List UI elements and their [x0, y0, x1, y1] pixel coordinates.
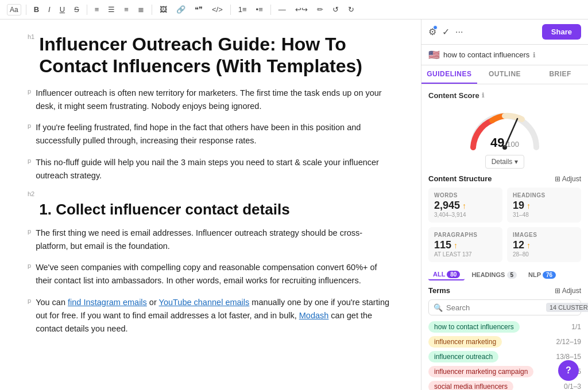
stat-paragraphs-label: PARAGRAPHS [434, 232, 497, 238]
para-text-4[interactable]: The first thing we need is email address… [36, 227, 393, 253]
para-text-5[interactable]: We've seen companies with compelling cop… [36, 261, 393, 287]
chevron-down-icon: ▾ [514, 158, 518, 166]
term-item-2: influencer marketing 2/12–19 [428, 336, 581, 348]
content-score-info-icon[interactable]: ℹ [482, 92, 484, 99]
p-tag-4: p [28, 228, 31, 235]
toolbar-divider-4 [230, 5, 231, 15]
tab-outline[interactable]: OUTLINE [477, 65, 533, 84]
section-title[interactable]: 1. Collect influencer contact details [39, 201, 289, 219]
term-chip-2[interactable]: influencer marketing [428, 336, 502, 348]
dots-icon-button[interactable]: ··· [455, 27, 463, 37]
terms-list: how to contact influencers 1/1 influence… [428, 321, 581, 390]
content-structure-adjust-button[interactable]: ⊞ Adjust [555, 175, 581, 183]
search-input[interactable] [446, 303, 543, 312]
article-title[interactable]: Influencer Outreach Guide: How To Contac… [39, 33, 393, 77]
p-tag-1: p [28, 88, 31, 95]
clusters-badge: 14 CLUSTERS [546, 303, 588, 312]
quote-button[interactable]: ❝❞ [192, 3, 206, 15]
term-chip-3[interactable]: influencer outreach [428, 351, 498, 362]
undo-button[interactable]: ↺ [330, 3, 342, 15]
tab-brief[interactable]: BRIEF [532, 65, 588, 84]
terms-adjust-icon: ⊞ [555, 287, 560, 295]
font-selector[interactable]: Aa [7, 4, 21, 15]
settings-icon-button[interactable]: ⚙ [428, 26, 436, 37]
align-justify-button[interactable]: ≣ [135, 3, 147, 15]
filter-tab-nlp[interactable]: NLP 76 [524, 270, 560, 280]
code-button[interactable]: </> [209, 3, 226, 15]
youtube-emails-link[interactable]: YouTube channel emails [159, 298, 250, 307]
strikethrough-button[interactable]: S [71, 3, 82, 15]
filter-headings-badge: 5 [507, 271, 517, 279]
score-gauge-container: 49/100 [428, 104, 581, 150]
modash-link[interactable]: Modash [299, 311, 329, 320]
panel-topbar: ⚙ ✓ ··· Share [421, 20, 588, 45]
keyword-text: how to contact influencers [443, 50, 529, 59]
filter-tab-all[interactable]: ALL 80 [428, 269, 465, 280]
term-item-3: influencer outreach 13/8–15 [428, 351, 581, 362]
info-icon[interactable]: ℹ [533, 51, 536, 59]
help-button[interactable]: ? [558, 360, 579, 381]
unordered-list-button[interactable]: •≡ [253, 3, 266, 15]
divider-button[interactable]: — [276, 3, 289, 15]
highlight-button[interactable]: ✏ [314, 3, 326, 15]
align-right-button[interactable]: ≡ [121, 3, 131, 15]
filter-tab-headings[interactable]: HEADINGS 5 [467, 270, 521, 280]
stat-paragraphs: PARAGRAPHS 115 ↑ AT LEAST 137 [428, 227, 502, 262]
term-count-3: 13/8–15 [556, 353, 581, 361]
gauge-wrap: 49/100 [465, 104, 545, 150]
p-tag-3: p [28, 157, 31, 164]
italic-button[interactable]: I [45, 3, 53, 15]
term-chip-1[interactable]: how to contact influencers [428, 321, 520, 333]
para-text-1[interactable]: Influencer outreach is often new territo… [36, 87, 393, 113]
stat-images: IMAGES 12 ↑ 28–80 [507, 227, 581, 262]
ordered-list-button[interactable]: 1≡ [235, 3, 250, 15]
term-count-5: 0/1–3 [564, 383, 581, 390]
align-center-button[interactable]: ☰ [105, 3, 118, 15]
panel-icons: ⚙ ✓ ··· [428, 26, 463, 37]
filter-headings-label: HEADINGS [471, 271, 505, 278]
score-value: 49 [490, 135, 504, 150]
share-button[interactable]: Share [542, 24, 581, 40]
editor-area[interactable]: h1 Influencer Outreach Guide: How To Con… [0, 20, 421, 390]
term-chip-4[interactable]: influencer marketing campaign [428, 366, 533, 377]
para-block-1: p Influencer outreach is often new terri… [28, 87, 393, 113]
settings-badge [433, 25, 438, 30]
p-tag-2: p [28, 122, 31, 129]
check-icon: ✓ [442, 27, 450, 37]
search-icon: 🔍 [434, 303, 443, 312]
underline-button[interactable]: U [57, 3, 68, 15]
keyword-bar: 🇺🇸 how to contact influencers ℹ [421, 45, 588, 65]
panel-content: Content Score ℹ [421, 84, 588, 390]
terms-adjust-button[interactable]: ⊞ Adjust [555, 287, 581, 295]
image-button[interactable]: 🖼 [157, 3, 170, 15]
details-button[interactable]: Details ▾ [485, 155, 525, 169]
stat-paragraphs-sub: AT LEAST 137 [434, 251, 497, 258]
adjust-label: Adjust [562, 175, 581, 183]
filter-tabs: ALL 80 HEADINGS 5 NLP 76 [428, 269, 581, 280]
para-text-2[interactable]: If you're feeling frustrated, find hope … [36, 121, 393, 147]
images-arrow: ↑ [524, 241, 531, 250]
flag-icon: 🇺🇸 [428, 49, 440, 60]
align-left-button[interactable]: ≡ [92, 3, 102, 15]
redo-button[interactable]: ↻ [345, 3, 357, 15]
stat-headings-sub: 31–48 [513, 212, 575, 218]
term-chip-5[interactable]: social media influencers [428, 381, 513, 390]
undo-redo-group[interactable]: ↩↪ [292, 3, 311, 15]
terms-search-box: 🔍 14 CLUSTERS [428, 299, 581, 315]
link-button[interactable]: 🔗 [173, 3, 188, 15]
para-text-6[interactable]: You can find Instagram emails or YouTube… [36, 296, 393, 336]
instagram-emails-link[interactable]: find Instagram emails [68, 298, 147, 307]
right-panel: ⚙ ✓ ··· Share 🇺🇸 how to contact influenc… [421, 20, 588, 390]
tab-guidelines[interactable]: GUIDELINES [421, 65, 477, 84]
stat-words-sub: 3,404–3,914 [434, 212, 497, 218]
para-text-3[interactable]: This no-fluff guide will help you nail t… [36, 156, 393, 182]
check-icon-button[interactable]: ✓ [442, 26, 450, 37]
content-structure-title: Content Structure [428, 174, 492, 183]
score-denom: /100 [505, 140, 519, 149]
bold-button[interactable]: B [31, 3, 42, 15]
adjust-icon: ⊞ [555, 175, 560, 183]
toolbar-divider-1 [26, 5, 26, 15]
terms-title: Terms [428, 286, 450, 295]
words-arrow: ↑ [460, 201, 466, 210]
content-structure-header: Content Structure ⊞ Adjust [428, 174, 581, 183]
